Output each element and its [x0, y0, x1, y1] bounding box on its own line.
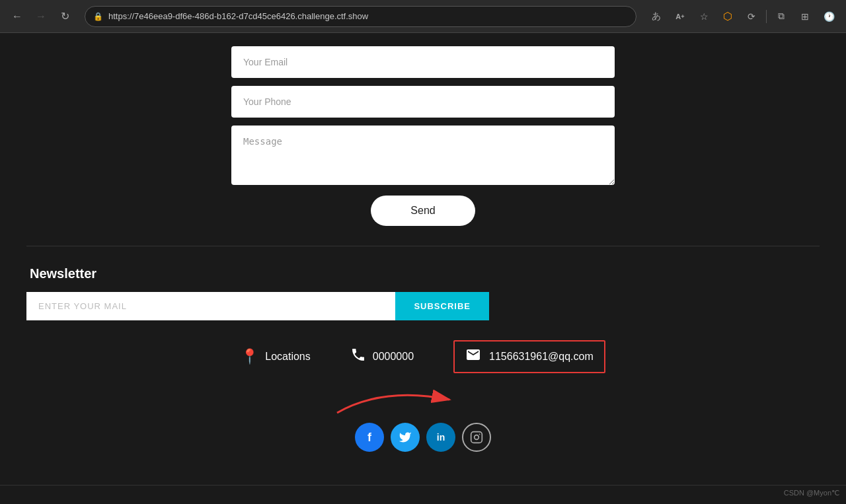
contact-row-wrapper: 📍 Locations 0000000 [26, 340, 820, 419]
red-arrow-annotation [330, 380, 476, 419]
location-item: 📍 Locations [241, 348, 311, 365]
divider [766, 10, 767, 23]
history-button[interactable]: 🕐 [820, 7, 838, 26]
split-button[interactable]: ⧉ [772, 7, 790, 26]
message-input[interactable] [231, 126, 615, 185]
forward-button[interactable]: → [32, 7, 50, 26]
page-content: Send Newsletter SUBSCRIBE 📍 Locations [0, 33, 846, 504]
phone-icon [350, 347, 366, 367]
send-btn-wrap: Send [231, 196, 615, 226]
email-item: 1156631961@qq.com [453, 340, 605, 373]
email-address: 1156631961@qq.com [489, 351, 594, 363]
social-row: f in [26, 423, 820, 452]
footer-section: Newsletter SUBSCRIBE 📍 Locations [0, 246, 846, 478]
instagram-button[interactable] [462, 423, 491, 452]
url-text: https://7e46eea9-df6e-486d-b162-d7cd45ce… [108, 11, 628, 21]
phone-item: 0000000 [350, 347, 414, 367]
translate-button[interactable]: あ [647, 7, 666, 26]
copyright: Copyright © 2020.Company name All rights… [0, 492, 846, 504]
newsletter-email-input[interactable] [26, 292, 395, 320]
refresh-button[interactable]: ↻ [56, 7, 74, 26]
email-icon [465, 347, 481, 367]
font-button[interactable]: A+ [671, 7, 689, 26]
linkedin-button[interactable]: in [426, 423, 455, 452]
back-button[interactable]: ← [8, 7, 26, 26]
bookmark-button[interactable]: ☆ [695, 7, 713, 26]
form-section: Send [218, 33, 628, 246]
extension-button[interactable]: ⬡ [718, 7, 737, 26]
location-label: Locations [265, 351, 311, 363]
address-bar[interactable]: 🔒 https://7e46eea9-df6e-486d-b162-d7cd45… [85, 6, 636, 27]
browser-chrome: ← → ↻ 🔒 https://7e46eea9-df6e-486d-b162-… [0, 0, 846, 33]
location-icon: 📍 [241, 348, 258, 365]
subscribe-button[interactable]: SUBSCRIBE [395, 292, 489, 320]
newsletter-form: SUBSCRIBE [26, 292, 489, 320]
newsletter-title: Newsletter [26, 266, 820, 281]
bottom-divider [0, 485, 846, 486]
svg-rect-1 [471, 432, 482, 443]
newsletter-section: Newsletter SUBSCRIBE [26, 266, 820, 320]
svg-point-2 [475, 435, 479, 440]
phone-input[interactable] [231, 86, 615, 118]
svg-point-3 [479, 434, 481, 435]
reload-button[interactable]: ⟳ [742, 7, 761, 26]
email-input[interactable] [231, 46, 615, 78]
facebook-button[interactable]: f [355, 423, 384, 452]
watermark: CSDN @Myon℃ [784, 489, 839, 497]
twitter-button[interactable] [391, 423, 420, 452]
contact-info-row: 📍 Locations 0000000 [26, 340, 820, 373]
send-button[interactable]: Send [371, 196, 475, 226]
lock-icon: 🔒 [93, 12, 103, 21]
collections-button[interactable]: ⊞ [796, 7, 814, 26]
phone-number: 0000000 [373, 351, 414, 363]
browser-actions: あ A+ ☆ ⬡ ⟳ ⧉ ⊞ 🕐 [647, 7, 838, 26]
